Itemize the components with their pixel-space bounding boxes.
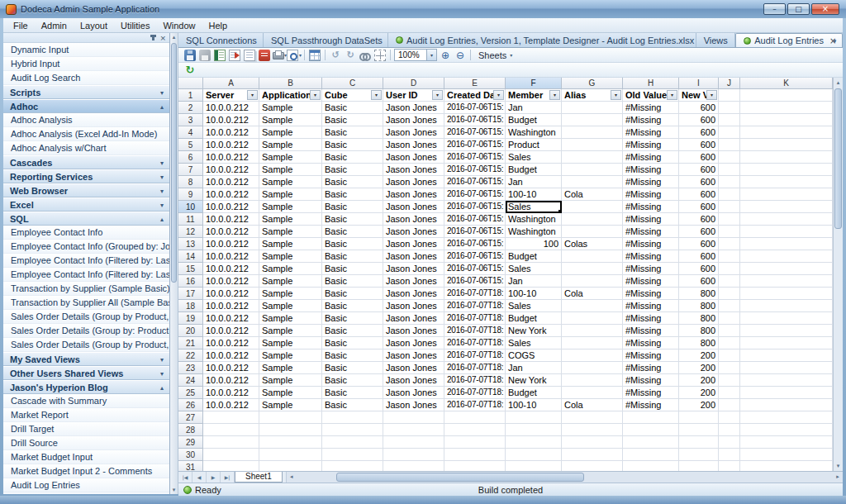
cell-B26[interactable]: Sample	[259, 399, 322, 411]
cell-G16[interactable]	[562, 275, 623, 288]
cell-I7[interactable]: 600	[679, 164, 719, 176]
cell-J24[interactable]	[719, 374, 740, 387]
cell-A3[interactable]: 10.0.0.212	[203, 114, 259, 126]
cell-F9[interactable]: 100-10	[506, 188, 562, 201]
cell-H11[interactable]: #Missing	[623, 213, 679, 226]
cell-D7[interactable]: Jason Jones	[383, 164, 444, 176]
cell-K10[interactable]	[740, 201, 833, 213]
cell-D10[interactable]: Jason Jones	[383, 201, 444, 213]
row-header-26[interactable]: 26	[178, 399, 203, 411]
cell-H31[interactable]	[623, 461, 679, 471]
cell-B30[interactable]	[259, 449, 322, 461]
print-button[interactable]: ▾	[272, 49, 287, 62]
tab-overflow-button[interactable]: ▾	[829, 36, 840, 46]
cell-D27[interactable]	[383, 411, 444, 424]
cell-J29[interactable]	[719, 436, 740, 449]
copy-sheet-button[interactable]	[242, 49, 257, 62]
menu-admin[interactable]: Admin	[35, 20, 74, 31]
cell-B6[interactable]: Sample	[259, 151, 322, 164]
cell-D20[interactable]: Jason Jones	[383, 325, 444, 337]
cell-E13[interactable]: 2016-07-06T15:	[444, 238, 506, 250]
next-sheet-button[interactable]: ▶	[207, 472, 221, 483]
cell-I5[interactable]: 600	[679, 139, 719, 151]
cell-B16[interactable]: Sample	[259, 275, 322, 288]
redo-button[interactable]: ↻	[343, 49, 358, 62]
cell-K19[interactable]	[740, 312, 833, 325]
cell-C6[interactable]: Basic	[322, 151, 383, 164]
close-button[interactable]: ×	[811, 3, 839, 15]
cell-J3[interactable]	[719, 114, 740, 126]
cell-E7[interactable]: 2016-07-06T15:	[444, 164, 506, 176]
filter-cell-G[interactable]: Alias▾	[562, 89, 623, 102]
filter-dropdown-F-icon[interactable]: ▾	[549, 90, 560, 100]
cell-I11[interactable]: 600	[679, 213, 719, 226]
cell-C28[interactable]	[322, 424, 383, 436]
cell-A6[interactable]: 10.0.0.212	[203, 151, 259, 164]
cell-C13[interactable]: Basic	[322, 238, 383, 250]
zoom-dropdown-icon[interactable]: ▾	[426, 50, 436, 60]
cell-G13[interactable]: Colas	[562, 238, 623, 250]
cell-A31[interactable]	[203, 461, 259, 471]
cell-G14[interactable]	[562, 250, 623, 263]
filter-cell-K[interactable]	[740, 89, 833, 102]
cell-J30[interactable]	[719, 449, 740, 461]
cell-G11[interactable]	[562, 213, 623, 226]
cell-C23[interactable]: Basic	[322, 362, 383, 374]
cell-G25[interactable]	[562, 387, 623, 399]
sidebar-group-cascades[interactable]: Cascades▾	[3, 155, 169, 169]
filter-cell-A[interactable]: Server▾	[203, 89, 259, 102]
cell-B2[interactable]: Sample	[259, 102, 322, 114]
sidebar-item-cascade-with-summary[interactable]: Cascade with Summary	[3, 394, 169, 408]
cell-H28[interactable]	[623, 424, 679, 436]
cell-G22[interactable]	[562, 349, 623, 362]
sidebar-scroll-thumb[interactable]	[171, 43, 177, 283]
cell-C26[interactable]: Basic	[322, 399, 383, 411]
cell-A18[interactable]: 10.0.0.212	[203, 300, 259, 312]
cell-D17[interactable]: Jason Jones	[383, 288, 444, 300]
cell-B13[interactable]: Sample	[259, 238, 322, 250]
cell-A13[interactable]: 10.0.0.212	[203, 238, 259, 250]
cell-I6[interactable]: 600	[679, 151, 719, 164]
cell-F20[interactable]: New York	[506, 325, 562, 337]
cell-E20[interactable]: 2016-07-07T18:	[444, 325, 506, 337]
vscroll-thumb[interactable]	[834, 88, 842, 229]
cell-B20[interactable]: Sample	[259, 325, 322, 337]
column-header-I[interactable]: I	[679, 78, 719, 89]
sidebar-close-icon[interactable]: ×	[159, 33, 166, 43]
cell-H6[interactable]: #Missing	[623, 151, 679, 164]
sidebar-item-employee-contact-info-filtered-by-last-n[interactable]: Employee Contact Info (Filtered by: Last…	[3, 268, 169, 282]
cell-K29[interactable]	[740, 436, 833, 449]
cell-F15[interactable]: Sales	[506, 263, 562, 275]
cell-E23[interactable]: 2016-07-07T18:	[444, 362, 506, 374]
cell-G24[interactable]	[562, 374, 623, 387]
cell-F4[interactable]: Washington	[506, 126, 562, 139]
filter-cell-C[interactable]: Cube▾	[322, 89, 383, 102]
cell-G19[interactable]	[562, 312, 623, 325]
cell-J5[interactable]	[719, 139, 740, 151]
cell-G29[interactable]	[562, 436, 623, 449]
sidebar-group-other-users-shared-views[interactable]: Other Users Shared Views▾	[3, 366, 169, 380]
cell-K12[interactable]	[740, 226, 833, 238]
cell-E25[interactable]: 2016-07-07T18:	[444, 387, 506, 399]
cell-B7[interactable]: Sample	[259, 164, 322, 176]
cell-K27[interactable]	[740, 411, 833, 424]
filter-dropdown-A-icon[interactable]: ▾	[247, 90, 258, 100]
cell-B14[interactable]: Sample	[259, 250, 322, 263]
cell-E16[interactable]: 2016-07-06T15:	[444, 275, 506, 288]
cell-B27[interactable]	[259, 411, 322, 424]
sidebar-item-adhoc-analysis-excel-add-in-mode[interactable]: Adhoc Analysis (Excel Add-In Mode)	[3, 127, 169, 141]
column-header-J[interactable]: J	[719, 78, 740, 89]
cell-A23[interactable]: 10.0.0.212	[203, 362, 259, 374]
cell-F27[interactable]	[506, 411, 562, 424]
row-header-29[interactable]: 29	[178, 436, 203, 449]
cell-G30[interactable]	[562, 449, 623, 461]
cell-H8[interactable]: #Missing	[623, 176, 679, 188]
cell-F18[interactable]: Sales	[506, 300, 562, 312]
filter-dropdown-D-icon[interactable]: ▾	[432, 90, 443, 100]
cell-K14[interactable]	[740, 250, 833, 263]
row-header-15[interactable]: 15	[178, 263, 203, 275]
row-header-7[interactable]: 7	[178, 164, 203, 176]
cell-H10[interactable]: #Missing	[623, 201, 679, 213]
column-header-H[interactable]: H	[623, 78, 679, 89]
cell-J18[interactable]	[719, 300, 740, 312]
